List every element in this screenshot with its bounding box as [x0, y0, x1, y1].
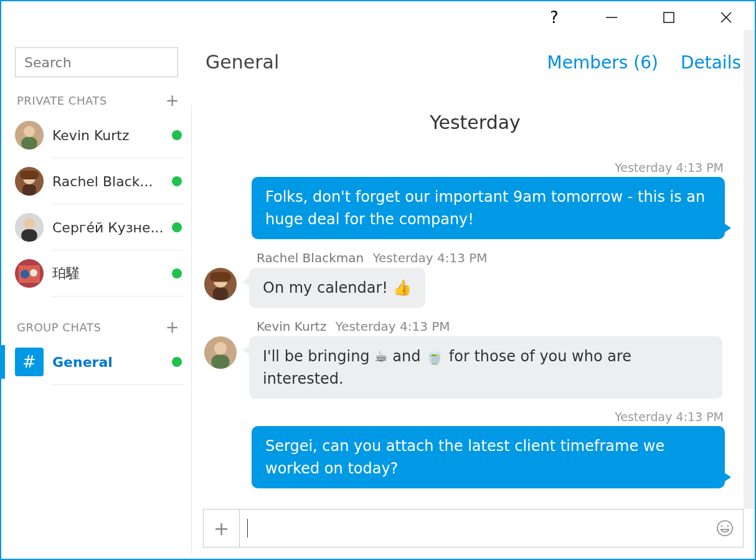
svg-point-23: [214, 342, 227, 354]
chat-item-name: 珀騹: [52, 264, 167, 283]
svg-point-17: [30, 269, 37, 277]
emoji-icon: [716, 519, 734, 538]
message-avatar: [204, 336, 237, 369]
private-chats-header: PRIVATE CHATS +: [1, 88, 192, 112]
svg-point-25: [717, 521, 732, 536]
chat-title: General: [206, 51, 547, 73]
scrollbar[interactable]: [744, 30, 755, 509]
presence-indicator: [172, 357, 182, 367]
minimize-button[interactable]: [583, 5, 640, 30]
chat-item-rachel[interactable]: Rachel Black...: [1, 158, 192, 204]
chat-item-sergei[interactable]: Серге́й Кузне...: [1, 204, 192, 250]
svg-rect-21: [213, 288, 229, 300]
message-bubble[interactable]: Folks, don't forget our important 9am to…: [252, 177, 725, 239]
message-incoming: Kevin Kurtz Yesterday 4:13 PM I'll be br…: [204, 319, 746, 399]
chat-pane: General Members (6) Details Yesterday Ye…: [192, 30, 755, 559]
chat-item-name: Kevin Kurtz: [52, 128, 167, 143]
avatar: [15, 121, 44, 149]
app-body: PRIVATE CHATS + Kevin Kurtz Rachel Bla: [1, 30, 755, 559]
maximize-button[interactable]: [640, 5, 697, 30]
presence-indicator: [172, 222, 182, 232]
svg-rect-9: [20, 171, 39, 179]
svg-rect-24: [211, 354, 229, 369]
composer-input[interactable]: [240, 510, 707, 547]
search-box[interactable]: [15, 47, 178, 77]
text-caret: [247, 519, 248, 538]
chat-item-perqi[interactable]: 珀騹: [1, 250, 192, 297]
plus-icon: +: [214, 518, 229, 539]
add-private-chat-button[interactable]: +: [166, 92, 179, 108]
private-chats-label: PRIVATE CHATS: [17, 94, 107, 107]
svg-rect-20: [210, 272, 231, 282]
presence-indicator: [172, 176, 182, 186]
channel-hash-icon: #: [15, 348, 44, 376]
message-avatar: [204, 268, 237, 300]
presence-indicator: [172, 268, 182, 278]
help-icon: ?: [550, 8, 559, 27]
message-timestamp: Yesterday 4:13 PM: [615, 410, 724, 424]
message-bubble[interactable]: On my calendar! 👍: [249, 268, 425, 308]
emoji-button[interactable]: [707, 510, 743, 547]
private-chat-list: Kevin Kurtz Rachel Black... Се: [1, 112, 192, 297]
svg-rect-6: [21, 137, 37, 149]
svg-rect-10: [22, 184, 36, 196]
message-outgoing: Yesterday 4:13 PM Sergei, can you attach…: [204, 410, 746, 488]
chat-header: General Members (6) Details: [192, 30, 755, 80]
message-author: Rachel Blackman: [257, 250, 364, 265]
maximize-icon: [663, 11, 675, 24]
group-chats-label: GROUP CHATS: [17, 321, 101, 334]
chat-item-kevin[interactable]: Kevin Kurtz: [1, 112, 192, 158]
avatar: [15, 259, 44, 288]
message-timestamp: Yesterday 4:13 PM: [336, 319, 450, 334]
attach-button[interactable]: +: [204, 510, 240, 547]
add-group-chat-button[interactable]: +: [166, 319, 179, 335]
message-author: Kevin Kurtz: [257, 319, 326, 334]
search-input[interactable]: [24, 55, 169, 70]
message-outgoing: Yesterday 4:13 PM Folks, don't forget ou…: [204, 161, 746, 239]
message-meta: Kevin Kurtz Yesterday 4:13 PM: [249, 319, 746, 334]
svg-point-16: [21, 270, 29, 278]
avatar: [15, 213, 44, 242]
presence-indicator: [172, 130, 182, 140]
close-icon: [720, 11, 732, 24]
composer: +: [203, 509, 744, 548]
svg-point-12: [24, 218, 35, 229]
group-chat-list: # General: [1, 339, 192, 385]
message-incoming: Rachel Blackman Yesterday 4:13 PM On my …: [204, 250, 746, 308]
chat-item-name: Серге́й Кузне...: [52, 220, 167, 235]
titlebar: ?: [1, 1, 755, 30]
minimize-icon: [605, 11, 618, 24]
chat-item-name: General: [52, 354, 167, 370]
members-link[interactable]: Members (6): [547, 52, 658, 73]
sidebar: PRIVATE CHATS + Kevin Kurtz Rachel Bla: [1, 30, 192, 559]
close-button[interactable]: [697, 5, 755, 30]
help-button[interactable]: ?: [526, 5, 583, 30]
message-bubble[interactable]: Sergei, can you attach the latest client…: [252, 426, 725, 488]
svg-point-5: [24, 126, 35, 137]
message-timestamp: Yesterday 4:13 PM: [615, 161, 724, 174]
details-link[interactable]: Details: [681, 52, 741, 73]
messages-scroll[interactable]: Yesterday Yesterday 4:13 PM Folks, don't…: [192, 80, 755, 509]
svg-rect-13: [21, 229, 37, 242]
chat-item-name: Rachel Black...: [52, 174, 167, 189]
svg-rect-1: [664, 12, 674, 22]
avatar: [15, 167, 44, 196]
chat-header-links: Members (6) Details: [547, 52, 741, 73]
date-separator: Yesterday: [204, 112, 746, 133]
message-timestamp: Yesterday 4:13 PM: [373, 250, 488, 265]
group-chats-header: GROUP CHATS +: [1, 315, 192, 339]
message-meta: Rachel Blackman Yesterday 4:13 PM: [249, 250, 746, 265]
chat-item-general[interactable]: # General: [1, 339, 192, 385]
app-window: ? PRIVATE CHATS +: [0, 0, 756, 560]
message-bubble[interactable]: I'll be bringing ☕ and 🍵 for those of yo…: [249, 336, 722, 399]
